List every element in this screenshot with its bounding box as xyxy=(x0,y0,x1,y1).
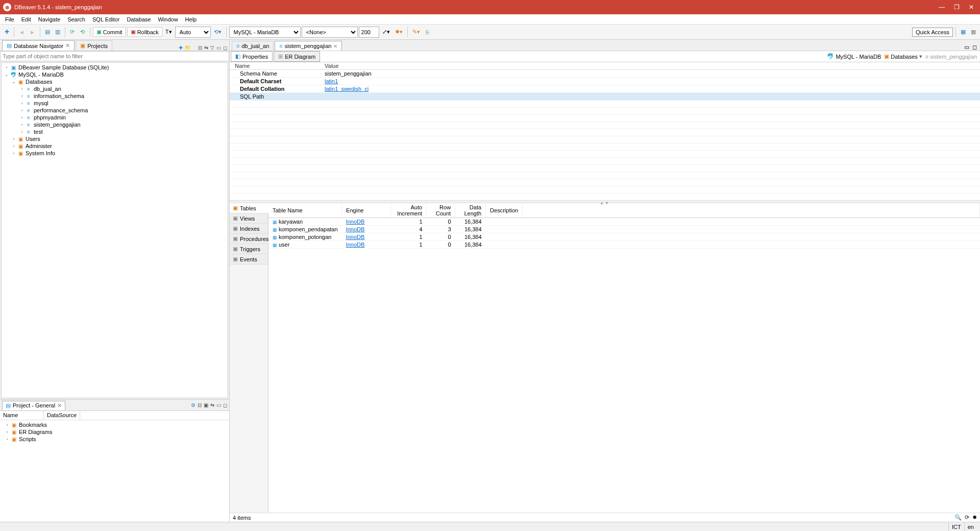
col-row-count[interactable]: Row Count xyxy=(427,203,455,218)
col-description[interactable]: Description xyxy=(486,203,523,218)
new-connection-icon[interactable]: ✚ xyxy=(2,27,11,38)
col-engine[interactable]: Engine xyxy=(342,203,391,218)
commit-mode-select[interactable]: Auto xyxy=(175,27,211,38)
menu-database[interactable]: Database xyxy=(124,15,154,23)
history-icon[interactable]: ⟲▾ xyxy=(212,27,224,38)
maximize-editor-icon[interactable]: ◻ xyxy=(972,44,977,51)
sql-editor-icon[interactable]: ▤ xyxy=(43,27,52,38)
database-tree[interactable]: ›▣DBeaver Sample Database (SQLite) ⌄🐬MyS… xyxy=(1,62,228,398)
minimize-panel-icon[interactable]: ▭ xyxy=(216,402,221,408)
tool-b-icon[interactable]: ✸▾ xyxy=(393,27,405,38)
tree-database[interactable]: ›≡sistem_penggajian xyxy=(2,121,228,128)
collapse-icon[interactable]: ⊟ xyxy=(198,402,202,408)
tree-users-folder[interactable]: ›▣Users xyxy=(2,135,228,142)
project-tree[interactable]: ›▣Bookmarks›▣ER Diagrams›▣Scripts xyxy=(0,420,229,522)
perspective-other-icon[interactable]: ▩ xyxy=(969,27,978,38)
link-icon[interactable]: ⇆ xyxy=(210,402,214,408)
tree-administer-folder[interactable]: ›▣Administer xyxy=(2,142,228,150)
row-limit-input[interactable] xyxy=(359,27,379,38)
rollback-button[interactable]: ▣Rollback xyxy=(127,27,162,37)
maximize-panel-icon[interactable]: ◻ xyxy=(223,45,227,51)
tree-connection-mysql[interactable]: ⌄🐬MySQL - MariaDB xyxy=(2,71,228,78)
link-icon[interactable]: ⎘ xyxy=(423,27,432,38)
breadcrumb-databases[interactable]: ▣Databases▾ xyxy=(884,53,922,60)
tree-database[interactable]: ›≡information_schema xyxy=(2,92,228,100)
close-icon[interactable]: ✕ xyxy=(57,402,62,409)
minimize-editor-icon[interactable]: ▭ xyxy=(964,44,969,51)
tree-connection-sqlite[interactable]: ›▣DBeaver Sample Database (SQLite) xyxy=(2,64,228,71)
menu-window[interactable]: Window xyxy=(155,15,181,23)
editor-tab-sistem-penggajian[interactable]: ≡sistem_penggajian✕ xyxy=(275,41,342,51)
arrow-right-icon[interactable]: ► xyxy=(28,27,37,38)
refresh-icon[interactable]: ⟳ xyxy=(68,27,77,38)
subtab-er-diagram[interactable]: ⊞ER Diagram xyxy=(274,51,320,62)
connect-icon[interactable]: ✚ xyxy=(179,45,183,51)
search-tool-icon[interactable]: ✎▾ xyxy=(410,27,422,38)
tab-projects[interactable]: ▣ Projects xyxy=(76,40,112,51)
stop-icon[interactable]: ⟲ xyxy=(78,27,87,38)
commit-button[interactable]: ▣Commit xyxy=(93,27,126,37)
table-row[interactable]: ▦komponen_pendapatanInnoDB4316,384 xyxy=(268,226,980,233)
tree-systeminfo-folder[interactable]: ›▣System Info xyxy=(2,150,228,157)
minimize-button[interactable]: — xyxy=(939,4,945,11)
prop-sql-path[interactable]: SQL Path xyxy=(230,93,980,101)
minimize-panel-icon[interactable]: ▭ xyxy=(216,45,221,51)
gear-icon[interactable]: ⚙ xyxy=(191,402,195,408)
col-name[interactable]: Name xyxy=(230,62,320,70)
collapse-icon[interactable]: ⊟ xyxy=(198,45,202,51)
tree-database[interactable]: ›≡db_jual_an xyxy=(2,85,228,92)
col-table-name[interactable]: Table Name xyxy=(268,203,342,218)
close-icon[interactable]: ✕ xyxy=(65,42,70,49)
subtab-properties[interactable]: ◧Properties xyxy=(231,51,273,62)
tree-database[interactable]: ›≡test xyxy=(2,128,228,135)
schema-select[interactable]: <None> xyxy=(302,27,358,38)
table-row[interactable]: ▦userInnoDB1016,384 xyxy=(268,241,980,249)
menu-search[interactable]: Search xyxy=(64,15,88,23)
status-language[interactable]: en xyxy=(964,522,977,531)
horizontal-splitter[interactable]: ▴ ▾ xyxy=(230,200,980,203)
prop-schema-name[interactable]: Schema Namesistem_penggajian xyxy=(230,70,980,78)
menu-help[interactable]: Help xyxy=(182,15,200,23)
editor-tab-db-jual-an[interactable]: ≡db_jual_an xyxy=(232,41,274,51)
favorite-icon[interactable]: ✸ xyxy=(972,514,977,521)
menu-edit[interactable]: Edit xyxy=(18,15,34,23)
objtab-events[interactable]: ▣Events xyxy=(230,254,268,264)
tool-a-icon[interactable]: ⤢▾ xyxy=(380,27,392,38)
col-value[interactable]: Value xyxy=(320,62,980,70)
tree-databases-folder[interactable]: ⌄▣Databases xyxy=(2,78,228,85)
arrow-left-icon[interactable]: ◄ xyxy=(17,27,27,38)
table-row[interactable]: ▦komponen_potonganInnoDB1016,384 xyxy=(268,233,980,241)
tab-database-navigator[interactable]: ▤ Database Navigator ✕ xyxy=(2,40,75,51)
filter-input[interactable] xyxy=(0,51,229,61)
objtab-procedures[interactable]: ▣Procedures xyxy=(230,234,268,244)
objtab-views[interactable]: ▣Views xyxy=(230,213,268,224)
project-item[interactable]: ›▣Bookmarks xyxy=(2,421,227,428)
prop-default-charset[interactable]: Default Charsetlatin1 xyxy=(230,78,980,85)
connection-select[interactable]: MySQL - MariaDB xyxy=(229,27,301,38)
menu-file[interactable]: File xyxy=(2,15,17,23)
table-row[interactable]: ▦karyawanInnoDB1016,384 xyxy=(268,218,980,226)
prop-default-collation[interactable]: Default Collationlatin1_swedish_ci xyxy=(230,85,980,93)
objtab-indexes[interactable]: ▣Indexes xyxy=(230,224,268,234)
search-icon[interactable]: 🔍 xyxy=(954,514,962,521)
close-icon[interactable]: ✕ xyxy=(333,43,337,49)
breadcrumb-connection[interactable]: 🐬MySQL - MariaDB xyxy=(827,53,881,60)
menu-sql-editor[interactable]: SQL Editor xyxy=(89,15,122,23)
perspective-db-icon[interactable]: ▦ xyxy=(959,27,968,38)
objtab-tables[interactable]: ▣Tables xyxy=(230,203,268,213)
maximize-panel-icon[interactable]: ◻ xyxy=(223,402,227,408)
sql-script-icon[interactable]: ▥ xyxy=(53,27,62,38)
tx-mode-icon[interactable]: T▾ xyxy=(163,27,174,38)
quick-access-input[interactable]: Quick Access xyxy=(912,28,953,37)
open-icon[interactable]: ▣ xyxy=(204,402,208,408)
maximize-button[interactable]: ❐ xyxy=(954,4,960,11)
col-data-length[interactable]: Data Length xyxy=(455,203,486,218)
breadcrumb-schema[interactable]: ≡sistem_penggajian xyxy=(925,54,977,60)
menu-navigate[interactable]: Navigate xyxy=(35,15,63,23)
close-button[interactable]: ✕ xyxy=(969,4,974,11)
status-keyboard[interactable]: ICT xyxy=(948,522,964,531)
tree-database[interactable]: ›≡mysql xyxy=(2,100,228,107)
tree-database[interactable]: ›≡performance_schema xyxy=(2,107,228,114)
project-item[interactable]: ›▣Scripts xyxy=(2,436,227,443)
folder-icon[interactable]: 📁 xyxy=(185,45,191,51)
